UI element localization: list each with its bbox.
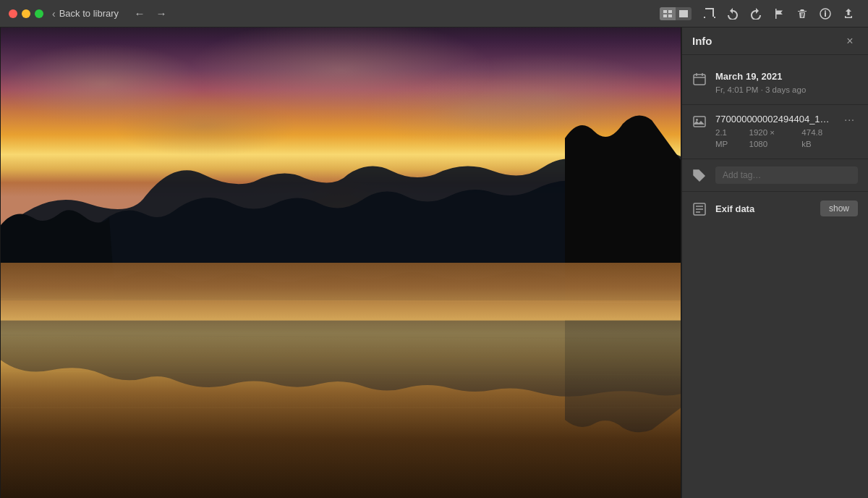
photo-background [1,28,681,498]
svg-line-8 [1,299,681,303]
exif-title: Exif data [715,203,754,214]
tag-row [682,162,868,188]
svg-rect-1 [668,10,672,13]
exif-show-button[interactable]: show [820,201,858,216]
svg-rect-6 [825,12,826,17]
filename-size: 474.8 kB [801,127,833,150]
info-icon [820,8,831,20]
filename-title: 770000000002494404_1… [715,114,833,126]
maximize-window-button[interactable] [35,9,43,18]
info-panel: Info × March 19, 2021 Fr, 4:01 PM · 3 da… [681,28,868,498]
delete-icon [796,8,808,20]
photo-canvas [1,28,681,498]
back-chevron-icon: ‹ [52,8,56,20]
filename-dimensions: 1920 × 1080 [749,127,793,150]
filename-mp: 2.1 MP [715,127,741,150]
divider-3 [682,191,868,192]
info-content: March 19, 2021 Fr, 4:01 PM · 3 days ago … [682,55,868,498]
divider-1 [682,104,868,105]
date-secondary: Fr, 4:01 PM · 3 days ago [715,84,858,96]
rotate-right-icon [750,8,762,20]
reflection-mountains [1,321,681,440]
filename-content: 770000000002494404_1… 2.1 MP 1920 × 1080… [715,114,833,150]
main-area: Info × March 19, 2021 Fr, 4:01 PM · 3 da… [0,28,868,498]
tag-icon [692,169,707,182]
view-full-button[interactable] [676,7,692,20]
titlebar: ‹ Back to library ← → [0,0,868,28]
back-to-library-label: Back to library [59,8,119,19]
flag-icon [773,8,785,20]
traffic-lights [9,9,43,18]
exif-content: Exif data [715,202,812,215]
info-button[interactable] [814,4,836,23]
view-toggle [660,7,692,20]
date-content: March 19, 2021 Fr, 4:01 PM · 3 days ago [715,71,858,96]
share-icon [843,8,854,20]
previous-photo-button[interactable]: ← [130,6,149,22]
divider-2 [682,159,868,159]
date-info-row: March 19, 2021 Fr, 4:01 PM · 3 days ago [682,65,868,101]
svg-rect-3 [668,14,672,17]
back-to-library-button[interactable]: ‹ Back to library [52,8,119,20]
info-close-button[interactable]: × [842,33,858,49]
tag-input[interactable] [715,166,858,184]
info-panel-title: Info [692,35,712,47]
svg-rect-14 [694,75,705,85]
minimize-window-button[interactable] [22,9,30,18]
nav-arrows: ← → [130,6,171,22]
date-primary: March 19, 2021 [715,71,858,83]
exif-icon [692,203,707,216]
filename-more-button[interactable]: ··· [841,114,858,124]
delete-button[interactable] [791,4,813,23]
svg-point-19 [696,119,698,121]
filename-row: 770000000002494404_1… 2.1 MP 1920 × 1080… [682,108,868,156]
info-panel-header: Info × [682,28,868,55]
view-fit-button[interactable] [660,7,676,20]
rotate-left-icon [727,8,739,20]
share-button[interactable] [838,4,859,23]
crop-icon [704,8,715,20]
photo-viewer [0,28,681,498]
svg-rect-0 [663,10,667,13]
svg-rect-7 [825,10,826,12]
svg-point-20 [696,172,697,174]
rotate-left-button[interactable] [722,4,744,23]
svg-rect-18 [694,117,705,127]
toolbar-right [660,4,859,23]
filename-meta: 2.1 MP 1920 × 1080 474.8 kB [715,127,833,150]
svg-rect-4 [679,10,688,17]
image-icon [692,115,707,128]
flag-button[interactable] [768,4,790,23]
exif-row: Exif data show [682,195,868,222]
close-window-button[interactable] [9,9,17,18]
svg-rect-2 [663,14,667,17]
next-photo-button[interactable]: → [152,6,171,22]
rotate-right-button[interactable] [745,4,767,23]
crop-button[interactable] [699,4,720,23]
calendar-icon [692,72,707,85]
